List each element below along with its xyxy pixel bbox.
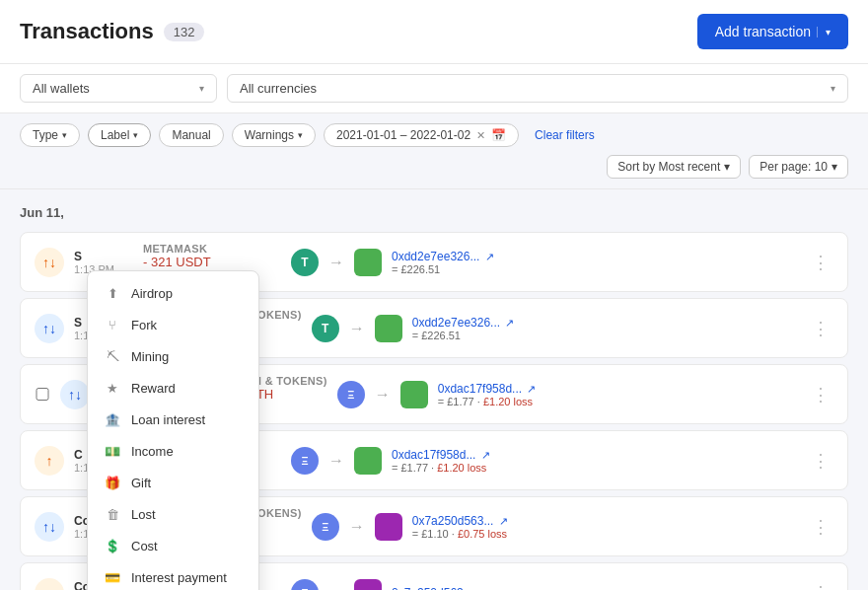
warnings-filter-chevron-icon: ▾ [298, 130, 303, 140]
type-filter-label: Type [33, 128, 58, 142]
dropdown-item-label: Interest payment [131, 570, 227, 585]
warnings-filter-tag[interactable]: Warnings ▾ [232, 123, 316, 147]
type-filter-tag[interactable]: Type ▾ [20, 123, 80, 147]
per-page-chevron-icon: ▾ [832, 160, 837, 174]
tx-dest: 0xdd2e7ee326... ↗ = £226.51 [412, 316, 515, 341]
dest-loss: £1.20 loss [483, 396, 533, 407]
tether-icon: T [291, 249, 319, 276]
dropdown-item-loan-interest[interactable]: 🏦 Loan interest [88, 404, 258, 435]
tx-icon: ↑↓ [35, 248, 64, 277]
dropdown-item-airdrop[interactable]: ⬆ Airdrop [88, 277, 258, 309]
dest-wallet-icon [354, 447, 382, 475]
dest-addr: 0xdac17f958d... ↗ [392, 448, 490, 462]
label-filter-tag[interactable]: Label ▾ [88, 123, 151, 147]
arrow-icon: → [328, 452, 344, 470]
dropdown-item-lost[interactable]: 🗑 Lost [88, 498, 258, 530]
dest-value: = £226.51 [392, 263, 494, 275]
tx-menu-icon[interactable]: ⋮ [808, 512, 833, 542]
dropdown-item-label: Reward [131, 381, 176, 396]
tx-menu-icon[interactable]: ⋮ [808, 248, 833, 277]
dest-addr: 0xdd2e7ee326... ↗ [392, 250, 494, 263]
dropdown-item-mining[interactable]: ⛏ Mining [88, 340, 258, 372]
eth-icon: Ξ [312, 513, 339, 541]
page-header: Transactions 132 Add transaction ▾ [0, 0, 868, 64]
tx-dest: 0x7a250d563... ↗ [392, 586, 487, 591]
per-page-button[interactable]: Per page: 10 ▾ [749, 155, 848, 179]
currency-select-label: All currencies [240, 81, 317, 96]
dest-info: 0xdd2e7ee326... ↗ = £226.51 [412, 316, 515, 341]
date-range-clear-icon[interactable]: ✕ [476, 129, 485, 142]
dropdown-item-label: Loan interest [131, 412, 205, 427]
date-range-calendar-icon: 📅 [491, 128, 506, 142]
arrow-icon: → [349, 320, 365, 337]
dropdown-item-label: Gift [131, 476, 151, 490]
loan-interest-icon: 🏦 [104, 410, 121, 428]
tx-dest: 0xdd2e7ee326... ↗ = £226.51 [392, 250, 494, 275]
tx-dest: 0xdac17f958d... ↗ = £1.77 · £1.20 loss [438, 382, 537, 407]
dropdown-item-fork[interactable]: ⑂ Fork [88, 309, 258, 340]
eth-icon: Ξ [291, 447, 319, 475]
dest-info: 0xdac17f958d... ↗ = £1.77 · £1.20 loss [392, 448, 490, 474]
tx-type: S [74, 250, 133, 263]
tx-menu-icon[interactable]: ⋮ [808, 314, 833, 343]
tx-dest: 0x7a250d563... ↗ = £1.10 · £0.75 loss [412, 514, 508, 540]
filters-right: Sort by Most recent ▾ Per page: 10 ▾ [607, 155, 848, 179]
dropdown-item-label: Mining [131, 349, 169, 364]
dest-value: = £1.77 · £1.20 loss [438, 396, 537, 407]
tag-filters-bar: Type ▾ Label ▾ Manual Warnings ▾ 2021-01… [0, 113, 868, 189]
label-filter-chevron-icon: ▾ [133, 130, 138, 140]
tx-menu-icon[interactable]: ⋮ [808, 578, 833, 591]
dest-addr: 0xdac17f958d... ↗ [438, 382, 537, 396]
dropdown-item-gift[interactable]: 🎁 Gift [88, 467, 258, 498]
dest-info: 0x7a250d563... ↗ = £1.10 · £0.75 loss [412, 514, 508, 540]
arrow-icon: → [375, 386, 391, 404]
tx-icon: ↑ [35, 578, 64, 591]
dropdown-item-label: Lost [131, 507, 156, 522]
tx-source-name: METAMASK [143, 243, 281, 255]
tether-icon: T [312, 315, 339, 342]
manual-filter-label: Manual [172, 128, 210, 142]
dropdown-item-cost[interactable]: 💲 Cost [88, 530, 258, 561]
arrow-icon: → [328, 254, 344, 271]
dropdown-item-income[interactable]: 💵 Income [88, 435, 258, 467]
dropdown-item-label: Airdrop [131, 286, 173, 301]
tx-icon: ↑↓ [35, 314, 64, 343]
wallet-chevron-icon: ▾ [199, 83, 204, 94]
clear-filters-button[interactable]: Clear filters [527, 124, 603, 146]
type-filter-chevron-icon: ▾ [62, 130, 67, 140]
dest-value: = £1.77 · £1.20 loss [392, 462, 490, 474]
main-content: Jun 11, ↑↓ S 1:13 PM METAMASK - 321 USDT… [0, 189, 868, 590]
date-group-label: Jun 11, [20, 201, 848, 224]
dropdown-item-label: Income [131, 444, 174, 459]
arrow-icon: → [349, 518, 365, 536]
lost-icon: 🗑 [104, 505, 121, 523]
eth-icon: Ξ [337, 381, 365, 408]
tx-checkbox[interactable] [35, 388, 50, 401]
tx-icon: ↑↓ [60, 380, 90, 409]
income-icon: 💵 [104, 442, 121, 460]
manual-filter-tag[interactable]: Manual [159, 123, 223, 147]
wallet-currency-filters: All wallets ▾ All currencies ▾ [0, 64, 868, 113]
tx-icon: ↑ [35, 446, 64, 476]
date-range-tag[interactable]: 2021-01-01 – 2022-01-02 ✕ 📅 [324, 123, 519, 147]
tx-menu-icon[interactable]: ⋮ [808, 446, 833, 476]
dest-wallet-icon [354, 249, 382, 276]
transaction-count-badge: 132 [164, 23, 205, 41]
label-filter-label: Label [101, 128, 129, 142]
wallet-select[interactable]: All wallets ▾ [20, 74, 217, 103]
gift-icon: 🎁 [104, 474, 121, 491]
tx-dest: 0xdac17f958d... ↗ = £1.77 · £1.20 loss [392, 448, 490, 474]
dest-wallet-icon [375, 513, 402, 541]
dest-addr: 0x7a250d563... ↗ [392, 586, 487, 591]
currency-select[interactable]: All currencies ▾ [227, 74, 848, 103]
dest-wallet-icon [375, 315, 402, 342]
dropdown-item-reward[interactable]: ★ Reward [88, 372, 258, 404]
sort-chevron-icon: ▾ [724, 160, 730, 174]
sort-button[interactable]: Sort by Most recent ▾ [607, 155, 741, 179]
add-transaction-button[interactable]: Add transaction ▾ [697, 14, 848, 49]
cost-icon: 💲 [104, 537, 121, 554]
tx-amount: - 321 USDT [143, 255, 281, 269]
tx-menu-icon[interactable]: ⋮ [808, 380, 833, 409]
dest-addr: 0xdd2e7ee326... ↗ [412, 316, 515, 330]
dropdown-item-interest-payment[interactable]: 💳 Interest payment [88, 561, 258, 590]
